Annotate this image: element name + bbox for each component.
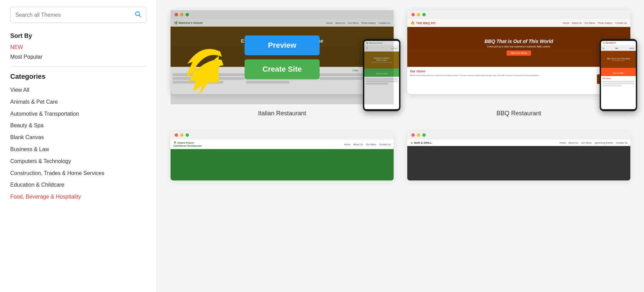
search-button[interactable]	[134, 11, 141, 19]
bbq-hero: BBQ That is Out of This World Come pull …	[407, 27, 630, 67]
bbq-nav: 🔥 THE BBQ PIT Home About Us Our Menu Pho…	[407, 19, 630, 27]
island-dot-yellow	[180, 133, 184, 137]
bbq-phone-inner: 🔥 THE BBQ PIT 📞 MAP HOURS BBQ That is Ou…	[601, 41, 636, 109]
bar-browser-bar	[407, 131, 630, 140]
bbq-preview-container: 🔥 THE BBQ PIT Home About Us Our Menu Pho…	[407, 10, 630, 104]
divider	[10, 66, 146, 67]
bbq-phone-nav: 🔥 THE BBQ PIT	[601, 41, 636, 45]
island-nav: 🌴 Island FlavorCaribbean Restaurant Home…	[171, 140, 394, 149]
bbq-hero-btn[interactable]: View Our Menu	[507, 50, 531, 56]
bbq-phone-line1	[602, 81, 634, 82]
cat-computers-technology[interactable]: Computers & Technology	[10, 158, 146, 165]
cat-beauty-spa[interactable]: Beauty & Spa	[10, 122, 146, 129]
bar-nav: 🍺 BAR & GRILL Home About Us Our Menu Upc…	[407, 140, 630, 146]
bar-bg: 🍺 BAR & GRILL Home About Us Our Menu Upc…	[407, 140, 630, 180]
bbq-phone-btn: View Our Menu	[601, 68, 636, 76]
bbq-hero-title: BBQ That is Out of This World	[484, 39, 553, 44]
bbq-lower: Our Vision BBQ food has always been the …	[407, 67, 630, 94]
island-logo: 🌴 Island FlavorCaribbean Restaurant	[173, 141, 344, 147]
sidebar: Sort By NEW Most Popular Categories View…	[0, 0, 157, 292]
theme-card-bbq: 🔥 THE BBQ PIT Home About Us Our Menu Pho…	[407, 10, 630, 117]
bar-hero	[407, 146, 630, 180]
cat-education-childcare[interactable]: Education & Childcare	[10, 181, 146, 189]
bbq-browser-content: 🔥 THE BBQ PIT Home About Us Our Menu Pho…	[407, 19, 630, 94]
bar-dot-yellow	[417, 133, 420, 137]
cat-automotive-transportation[interactable]: Automotive & Transportation	[10, 111, 146, 118]
island-bg: 🌴 Island FlavorCaribbean Restaurant Home…	[171, 140, 394, 180]
cat-business-law[interactable]: Business & Law	[10, 146, 146, 153]
theme-card-italian: 🌿 Mamma's House Home About Us Our Menu P…	[171, 10, 394, 117]
bbq-content: BBQ food has always been the cornerstone…	[410, 74, 628, 84]
main-content: 🌿 Mamma's House Home About Us Our Menu P…	[157, 0, 644, 292]
bbq-phone-line2	[602, 83, 634, 84]
bbq-section1: Our Vision	[410, 70, 628, 73]
bbq-nav-links: Home About Us Our Menu Photo Gallery Con…	[563, 22, 627, 24]
cat-construction-trades[interactable]: Construction, Trades & Home Services	[10, 170, 146, 177]
sort-section: Sort By NEW Most Popular	[10, 32, 146, 60]
svg-line-1	[139, 15, 141, 17]
sort-new[interactable]: NEW	[10, 44, 146, 50]
bbq-bg: 🔥 THE BBQ PIT Home About Us Our Menu Pho…	[407, 19, 630, 94]
theme-card-bar: 🍺 BAR & GRILL Home About Us Our Menu Upc…	[407, 131, 630, 191]
bar-browser: 🍺 BAR & GRILL Home About Us Our Menu Upc…	[407, 131, 630, 180]
bbq-browser-mockup: 🔥 THE BBQ PIT Home About Us Our Menu Pho…	[407, 10, 630, 94]
bar-preview-container: 🍺 BAR & GRILL Home About Us Our Menu Upc…	[407, 131, 630, 191]
categories-label: Categories	[10, 73, 146, 81]
bbq-phone-section: Our Vision	[601, 76, 636, 81]
island-preview-container: 🌴 Island FlavorCaribbean Restaurant Home…	[171, 131, 394, 191]
bar-logo: 🍺 BAR & GRILL	[410, 141, 559, 144]
island-browser-bar	[171, 131, 394, 140]
island-dot-red	[175, 133, 178, 137]
search-container	[10, 7, 146, 23]
sort-popular[interactable]: Most Popular	[10, 54, 146, 60]
yellow-arrow-icon	[181, 43, 225, 87]
island-dot-green	[186, 133, 189, 137]
bbq-dot-red	[411, 13, 415, 16]
theme-card-island: 🌴 Island FlavorCaribbean Restaurant Home…	[171, 131, 394, 191]
island-nav-links: Home About Us Our Menu Contact Us	[344, 143, 391, 146]
bbq-phone-content	[601, 81, 636, 86]
bbq-text: BBQ food has always been the cornerstone…	[410, 74, 595, 84]
svg-point-0	[135, 12, 140, 16]
island-hero	[171, 149, 394, 180]
italian-preview-button[interactable]: Preview	[245, 35, 320, 55]
bbq-phone-mockup: 🔥 THE BBQ PIT 📞 MAP HOURS BBQ That is Ou…	[600, 39, 637, 111]
cat-blank-canvas[interactable]: Blank Canvas	[10, 134, 146, 141]
sort-by-label: Sort By	[10, 32, 146, 40]
bar-dot-red	[411, 133, 415, 137]
bar-nav-links: Home About Us Our Menu Upcoming Events C…	[559, 142, 628, 144]
cat-food-beverage[interactable]: Food, Beverage & Hospitality	[10, 193, 146, 201]
bbq-phone-toolbar: 📞 MAP HOURS	[601, 45, 636, 51]
bbq-label: BBQ Restaurant	[496, 110, 541, 117]
bbq-phone-hero: BBQ That is Out of This World Come pull …	[601, 51, 636, 68]
bbq-phone-line3	[602, 85, 621, 86]
search-input[interactable]	[15, 12, 134, 18]
bbq-browser-bar	[407, 10, 630, 19]
bbq-hero-subtitle: Come pull up a chair and experience auth…	[487, 45, 551, 48]
categories-section: Categories View All Animals & Pet Care A…	[10, 73, 146, 201]
themes-grid: 🌿 Mamma's House Home About Us Our Menu P…	[171, 10, 630, 191]
italian-preview-container: 🌿 Mamma's House Home About Us Our Menu P…	[171, 10, 394, 104]
bbq-dot-yellow	[417, 13, 420, 16]
island-browser: 🌴 Island FlavorCaribbean Restaurant Home…	[171, 131, 394, 180]
bbq-logo: THE BBQ PIT	[416, 21, 563, 25]
cat-animals-pet-care[interactable]: Animals & Pet Care	[10, 99, 146, 106]
italian-label: Italian Restaurant	[258, 110, 306, 117]
cat-view-all[interactable]: View All	[10, 87, 146, 94]
bar-dot-green	[422, 133, 426, 137]
bbq-dot-green	[422, 13, 426, 16]
italian-create-button[interactable]: Create Site	[245, 59, 320, 79]
